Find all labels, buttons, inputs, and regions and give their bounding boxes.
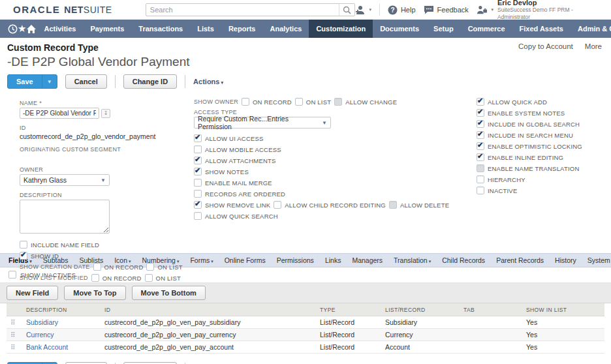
include-in-global-search-checkbox[interactable] [477,120,484,128]
show-owner-on-record-checkbox[interactable] [242,98,249,106]
field-list-record: Account [381,341,460,354]
field-show-in-list: Yes [522,341,604,354]
hierarchy-checkbox[interactable] [477,175,484,183]
tab-forms[interactable]: Forms▾ [190,256,213,264]
include-in-search-menu-label: INCLUDE IN SEARCH MENU [488,132,573,139]
cancel-button[interactable]: Cancel [65,74,107,89]
description-textarea[interactable] [20,200,110,234]
nav-admin-controls[interactable]: Admin & Controls (GRC) [571,20,611,38]
owner-select[interactable]: Kathryn Glass ▼ [20,174,110,186]
tab-permissions[interactable]: Permissions [277,256,314,264]
change-id-button[interactable]: Change ID [123,74,177,89]
creation-date-on-record-checkbox[interactable] [93,263,101,271]
nav-lists[interactable]: Lists [190,20,221,38]
column-drag [7,303,22,316]
new-field-button[interactable]: New Field [7,286,58,300]
show-id-checkbox[interactable] [20,252,27,260]
nav-setup[interactable]: Setup [426,20,461,38]
page-title: Custom Record Type [7,42,99,53]
save-dropdown-icon[interactable]: ▼ [42,75,57,88]
access-type-select[interactable]: Require Custom Rec...Entries Permission … [194,117,331,129]
feedback-menu[interactable]: Feedback [424,5,469,14]
allow-quick-add-checkbox[interactable] [477,98,484,106]
enable-system-notes-checkbox[interactable] [477,109,484,117]
divider [185,75,185,88]
create-new-menu[interactable]: ▾ [355,5,371,15]
include-in-search-menu-checkbox[interactable] [477,131,484,139]
name-input[interactable] [20,108,99,119]
actions-menu[interactable]: Actions▾ [193,78,223,85]
field-id: custrecord_de_p2p_glo_ven_pay_currency [101,329,316,341]
chevron-down-icon: ▾ [221,80,223,85]
save-button[interactable]: Save ▼ [7,74,57,89]
move-to-bottom-button[interactable]: Move To Bottom [132,286,206,300]
field-link[interactable]: Subsidiary [26,318,58,326]
drag-handle-icon[interactable]: ⠿ [10,331,15,339]
nav-reports[interactable]: Reports [221,20,263,38]
on-record-label: ON RECORD [104,264,144,271]
recent-records-icon[interactable] [8,20,18,38]
column-description: DESCRIPTION [22,303,101,316]
tab-managers[interactable]: Managers [352,256,383,264]
move-to-top-button[interactable]: Move To Top [64,286,125,300]
tab-links[interactable]: Links [325,256,341,264]
search-input[interactable] [146,6,339,14]
copy-to-account-link[interactable]: Copy to Account [518,42,573,50]
home-icon[interactable] [26,20,37,38]
last-modified-on-list-checkbox[interactable] [145,274,153,282]
allow-attachments-checkbox[interactable] [194,157,202,164]
tab-history[interactable]: History [555,256,576,264]
user-menu[interactable]: ▾ Eric Devlop SuiteSuccess Demo FF PRM -… [477,0,604,21]
show-owner-on-list-checkbox[interactable] [295,98,303,106]
drag-handle-icon[interactable]: ⠿ [10,344,15,351]
creation-date-on-list-checkbox[interactable] [146,263,154,271]
nav-payments[interactable]: Payments [83,20,131,38]
nav-fixed-assets[interactable]: Fixed Assets [512,20,571,38]
field-link[interactable]: Bank Account [26,343,68,351]
tab-online-forms[interactable]: Online Forms [225,256,266,264]
show-notes-checkbox[interactable] [194,168,202,175]
more-link[interactable]: More [585,42,602,50]
search-icon[interactable] [339,4,354,16]
drag-handle-icon[interactable]: ⠿ [10,319,15,326]
allow-child-record-editing-checkbox[interactable] [274,201,281,209]
show-notes-label: SHOW NOTES [205,168,249,175]
tab-parent-records[interactable]: Parent Records [496,256,544,264]
allow-ui-access-checkbox[interactable] [194,134,202,142]
tab-system-notes[interactable]: System Notes [588,256,611,264]
include-name-field-checkbox[interactable] [20,241,27,249]
help-menu[interactable]: ? Help [388,5,416,15]
nav-transactions[interactable]: Transactions [131,20,190,38]
show-inactives-checkbox[interactable] [8,271,16,279]
inactive-checkbox[interactable] [477,187,484,194]
nav-activities[interactable]: Activities [37,20,83,38]
divider [115,75,116,88]
records-are-ordered-checkbox[interactable] [194,190,202,198]
include-in-global-search-label: INCLUDE IN GLOBAL SEARCH [488,121,580,128]
enable-inline-editing-checkbox[interactable] [477,153,484,161]
record-title: -DE P2P Global Vendor Payment [0,53,611,69]
tab-child-records[interactable]: Child Records [442,256,485,264]
tab-translation[interactable]: Translation▾ [394,256,431,264]
enable-inline-editing-label: ENABLE INLINE EDITING [488,154,563,161]
shortcuts-star-icon[interactable]: ★ [18,20,26,38]
expand-text-icon[interactable]: ↧ [101,109,110,118]
show-remove-link-checkbox[interactable] [194,201,202,209]
nav-documents[interactable]: Documents [373,20,426,38]
nav-customization[interactable]: Customization [309,20,373,38]
originating-custom-segment-label: ORIGINATING CUSTOM SEGMENT [20,146,186,153]
allow-mobile-access-checkbox[interactable] [194,145,202,153]
field-type: List/Record [316,329,381,341]
chevron-down-icon: ▾ [369,7,371,12]
show-id-label: SHOW ID [31,252,59,260]
user-role: SuiteSuccess Demo FF PRM - Administrator [497,7,604,21]
field-link[interactable]: Currency [26,331,54,339]
last-modified-on-record-checkbox[interactable] [91,274,99,282]
nav-analytics[interactable]: Analytics [262,20,309,38]
nav-commerce[interactable]: Commerce [461,20,512,38]
enable-mail-merge-checkbox[interactable] [194,179,202,187]
enable-optimistic-locking-checkbox[interactable] [477,142,484,150]
allow-quick-search-checkbox[interactable] [194,212,202,220]
id-label: ID [20,125,186,131]
enable-system-notes-label: ENABLE SYSTEM NOTES [488,110,565,117]
